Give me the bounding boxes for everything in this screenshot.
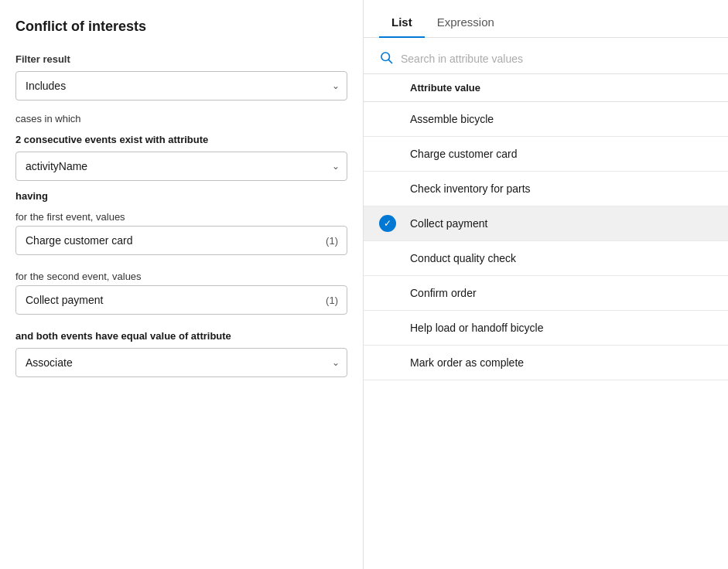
filter-result-section: Filter result Includes Excludes ⌄ — [15, 53, 347, 101]
cases-in-which-label: cases in which — [15, 113, 347, 124]
first-event-field-wrapper: (1) — [15, 226, 347, 255]
attr-item-label: Help load or handoff bicycle — [410, 322, 544, 334]
first-event-label: for the first event, values — [15, 211, 347, 223]
attr-item-label: Check inventory for parts — [410, 182, 531, 195]
associate-select[interactable]: Associate resource timestamp — [15, 348, 347, 377]
list-item[interactable]: ✓ Charge customer card — [364, 137, 728, 172]
list-item[interactable]: ✓ Mark order as complete — [364, 346, 728, 380]
equal-value-text: and both events have equal value of attr… — [15, 330, 347, 342]
associate-select-wrapper: Associate resource timestamp ⌄ — [15, 348, 347, 377]
first-event-section: for the first event, values (1) — [15, 211, 347, 255]
tabs-bar: List Expression — [364, 6, 728, 38]
attribute-list: ✓ Assemble bicycle ✓ Charge customer car… — [364, 102, 728, 569]
search-icon — [379, 50, 393, 67]
consecutive-events-section: 2 consecutive events exist with attribut… — [15, 134, 347, 181]
first-event-input[interactable] — [15, 226, 347, 255]
left-panel: Conflict of interests Filter result Incl… — [0, 0, 364, 569]
second-event-badge: (1) — [326, 295, 338, 306]
list-item[interactable]: ✓ Collect payment — [364, 206, 728, 241]
second-event-section: for the second event, values (1) — [15, 271, 347, 315]
attribute-header: Attribute value — [364, 74, 728, 102]
having-label: having — [15, 190, 347, 202]
second-event-label: for the second event, values — [15, 271, 347, 282]
page-title: Conflict of interests — [15, 19, 347, 35]
list-item[interactable]: ✓ Assemble bicycle — [364, 102, 728, 137]
list-item[interactable]: ✓ Check inventory for parts — [364, 172, 728, 206]
attribute-select-wrapper: activityName resource timestamp ⌄ — [15, 152, 347, 181]
attr-item-label: Assemble bicycle — [410, 113, 494, 125]
attribute-select[interactable]: activityName resource timestamp — [15, 152, 347, 181]
right-panel: List Expression Attribute value ✓ Assemb… — [364, 0, 728, 569]
second-event-input[interactable] — [15, 285, 347, 315]
list-item[interactable]: ✓ Confirm order — [364, 276, 728, 311]
tab-list[interactable]: List — [379, 6, 425, 38]
check-icon: ✓ — [379, 215, 396, 232]
equal-value-section: and both events have equal value of attr… — [15, 330, 347, 377]
first-event-badge: (1) — [326, 235, 338, 247]
filter-result-label: Filter result — [15, 53, 347, 65]
tab-expression[interactable]: Expression — [425, 6, 507, 38]
search-input[interactable] — [401, 53, 713, 65]
search-section — [364, 38, 728, 74]
second-event-field-wrapper: (1) — [15, 285, 347, 315]
consecutive-events-text: 2 consecutive events exist with attribut… — [15, 134, 347, 145]
attr-item-label: Collect payment — [410, 217, 487, 230]
attr-item-label: Mark order as complete — [410, 356, 524, 369]
filter-result-select[interactable]: Includes Excludes — [15, 71, 347, 101]
includes-select-wrapper: Includes Excludes ⌄ — [15, 71, 347, 101]
svg-line-1 — [388, 60, 391, 63]
list-item[interactable]: ✓ Conduct quality check — [364, 241, 728, 276]
list-item[interactable]: ✓ Help load or handoff bicycle — [364, 311, 728, 346]
attr-item-label: Conduct quality check — [410, 252, 516, 264]
attr-item-label: Confirm order — [410, 287, 477, 299]
attr-item-label: Charge customer card — [410, 148, 518, 160]
